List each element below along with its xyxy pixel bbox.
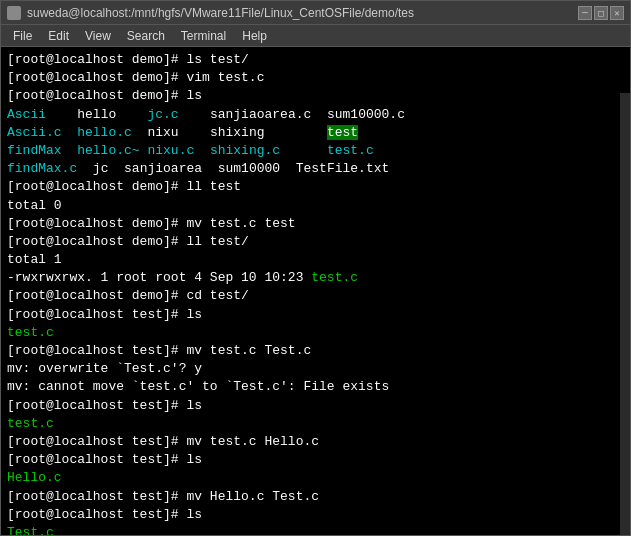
line-14: [root@localhost demo]# cd test/ <box>7 287 624 305</box>
line-4: Ascii hello jc.c sanjiaoarea.c sum10000.… <box>7 106 624 124</box>
maximize-button[interactable]: □ <box>594 6 608 20</box>
menu-view[interactable]: View <box>77 27 119 45</box>
line-1: [root@localhost demo]# ls test/ <box>7 51 624 69</box>
line-9: total 0 <box>7 197 624 215</box>
line-5: Ascii.c hello.c nixu shixing test <box>7 124 624 142</box>
scrollbar[interactable] <box>620 93 630 535</box>
line-8: [root@localhost demo]# ll test <box>7 178 624 196</box>
line-25: [root@localhost test]# mv Hello.c Test.c <box>7 488 624 506</box>
line-20: [root@localhost test]# ls <box>7 397 624 415</box>
menu-terminal[interactable]: Terminal <box>173 27 234 45</box>
line-6: findMax hello.c~ nixu.c shixing.c test.c <box>7 142 624 160</box>
menu-bar: File Edit View Search Terminal Help <box>1 25 630 47</box>
line-18: mv: overwrite `Test.c'? y <box>7 360 624 378</box>
line-3: [root@localhost demo]# ls <box>7 87 624 105</box>
window-controls[interactable]: ─ □ ✕ <box>578 6 624 20</box>
title-bar-left: suweda@localhost:/mnt/hgfs/VMware11File/… <box>7 6 414 20</box>
terminal-output[interactable]: [root@localhost demo]# ls test/ [root@lo… <box>1 47 630 535</box>
line-21: test.c <box>7 415 624 433</box>
line-24: Hello.c <box>7 469 624 487</box>
line-27: Test.c <box>7 524 624 535</box>
line-26: [root@localhost test]# ls <box>7 506 624 524</box>
terminal-wrapper: [root@localhost demo]# ls test/ [root@lo… <box>1 47 630 535</box>
line-16: test.c <box>7 324 624 342</box>
line-12: total 1 <box>7 251 624 269</box>
menu-file[interactable]: File <box>5 27 40 45</box>
menu-edit[interactable]: Edit <box>40 27 77 45</box>
terminal-icon <box>7 6 21 20</box>
menu-search[interactable]: Search <box>119 27 173 45</box>
terminal-window: suweda@localhost:/mnt/hgfs/VMware11File/… <box>0 0 631 536</box>
line-2: [root@localhost demo]# vim test.c <box>7 69 624 87</box>
close-button[interactable]: ✕ <box>610 6 624 20</box>
line-19: mv: cannot move `test.c' to `Test.c': Fi… <box>7 378 624 396</box>
line-23: [root@localhost test]# ls <box>7 451 624 469</box>
line-7: findMax.c jc sanjioarea sum10000 TestFil… <box>7 160 624 178</box>
minimize-button[interactable]: ─ <box>578 6 592 20</box>
line-13: -rwxrwxrwx. 1 root root 4 Sep 10 10:23 t… <box>7 269 624 287</box>
line-17: [root@localhost test]# mv test.c Test.c <box>7 342 624 360</box>
window-title: suweda@localhost:/mnt/hgfs/VMware11File/… <box>27 6 414 20</box>
line-10: [root@localhost demo]# mv test.c test <box>7 215 624 233</box>
line-22: [root@localhost test]# mv test.c Hello.c <box>7 433 624 451</box>
menu-help[interactable]: Help <box>234 27 275 45</box>
title-bar: suweda@localhost:/mnt/hgfs/VMware11File/… <box>1 1 630 25</box>
line-15: [root@localhost test]# ls <box>7 306 624 324</box>
line-11: [root@localhost demo]# ll test/ <box>7 233 624 251</box>
